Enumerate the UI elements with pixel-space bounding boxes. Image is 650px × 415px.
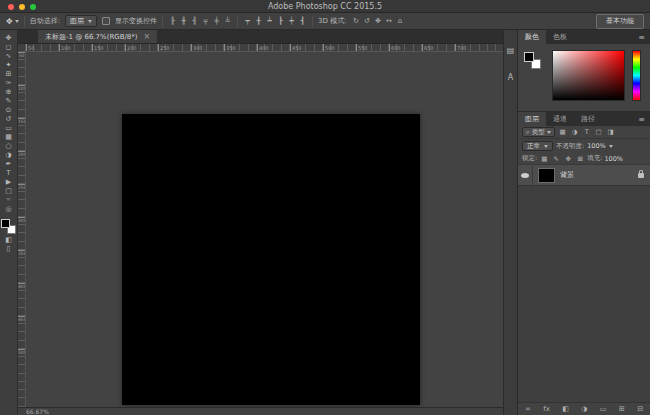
distribute-vertical-centers-icon[interactable]: ╂: [254, 17, 263, 25]
type-tool[interactable]: T: [1, 169, 17, 178]
close-tab-icon[interactable]: ×: [144, 32, 151, 41]
window-title: Adobe Photoshop CC 2015.5: [268, 2, 382, 11]
hue-slider[interactable]: [632, 50, 641, 101]
3d-rotate-icon[interactable]: ↻: [352, 17, 361, 25]
distribute-right-edges-icon[interactable]: ┨: [298, 17, 307, 25]
auto-select-dropdown[interactable]: 图层: [65, 15, 97, 27]
document-tab[interactable]: 未标题-1 @ 66.7%(RGB/8*) ×: [38, 30, 157, 43]
3d-scale-icon[interactable]: ⌂: [396, 17, 405, 25]
clone-stamp-tool[interactable]: ⊙: [1, 106, 17, 115]
eyedropper-tool[interactable]: ✑: [1, 79, 17, 88]
tab-color[interactable]: 颜色: [518, 30, 546, 44]
ruler-label: 400: [18, 283, 25, 316]
blur-tool[interactable]: ○: [1, 142, 17, 151]
distribute-horizontal-centers-icon[interactable]: ┿: [287, 17, 296, 25]
layer-row[interactable]: 背景: [518, 165, 650, 186]
opacity-value[interactable]: 100%: [587, 142, 606, 150]
color-panel: 颜色色板 ≡: [518, 30, 650, 112]
new-layer-icon[interactable]: ⊞: [619, 405, 625, 413]
dodge-tool[interactable]: ◑: [1, 151, 17, 160]
lasso-tool[interactable]: ∿: [1, 52, 17, 61]
filter-adjustment-layers-icon[interactable]: ◑: [570, 128, 580, 136]
workspace-switcher-button[interactable]: 基本功能: [596, 14, 644, 29]
crop-tool[interactable]: ⊞: [1, 70, 17, 79]
align-vertical-centers-icon[interactable]: ╪: [212, 17, 221, 25]
tab-swatches[interactable]: 色板: [546, 30, 574, 44]
ruler-label: 100: [18, 85, 25, 118]
link-layers-icon[interactable]: ∞: [525, 405, 531, 413]
path-selection-tool[interactable]: ▶: [1, 178, 17, 187]
filter-shape-layers-icon[interactable]: ▢: [594, 128, 604, 136]
foreground-color-swatch[interactable]: [1, 219, 10, 228]
new-group-icon[interactable]: ▭: [600, 405, 607, 413]
horizontal-ruler[interactable]: 5010015020025030035040045050055060065070…: [26, 44, 503, 51]
new-adjustment-layer-icon[interactable]: ◑: [581, 405, 587, 413]
delete-layer-icon[interactable]: ⊟: [637, 405, 643, 413]
tool-preset-picker[interactable]: ✥: [6, 17, 19, 26]
properties-panel-icon[interactable]: ▤: [507, 46, 515, 55]
3d-slide-icon[interactable]: ↔: [385, 17, 394, 25]
vertical-ruler[interactable]: 50100150200250300350400450500: [18, 52, 26, 407]
filter-smart-objects-icon[interactable]: ◨: [606, 128, 616, 136]
align-left-edges-icon[interactable]: ╟: [168, 17, 177, 25]
pen-tool[interactable]: ✒: [1, 160, 17, 169]
ruler-label: 150: [92, 44, 125, 51]
lock-all-icon[interactable]: ⊠: [575, 155, 585, 163]
tab-layers[interactable]: 图层: [518, 112, 546, 126]
gradient-tool[interactable]: ▦: [1, 133, 17, 142]
zoom-tool[interactable]: ◎: [1, 205, 17, 214]
close-window-button[interactable]: [8, 4, 14, 10]
healing-brush-tool[interactable]: ⊕: [1, 88, 17, 97]
brush-tool[interactable]: ✎: [1, 97, 17, 106]
lock-icons: ▦✎✥⊠: [539, 155, 585, 163]
marquee-tool[interactable]: ◻: [1, 43, 17, 52]
distribute-top-edges-icon[interactable]: ┯: [243, 17, 252, 25]
ruler-label: 350: [224, 44, 257, 51]
align-right-edges-icon[interactable]: ╢: [190, 17, 199, 25]
color-panel-header: 颜色色板 ≡: [518, 30, 650, 44]
lock-transparency-icon[interactable]: ▦: [539, 155, 549, 163]
fill-value[interactable]: 100%: [604, 155, 623, 163]
eraser-tool[interactable]: ▭: [1, 124, 17, 133]
3d-roll-icon[interactable]: ↺: [363, 17, 372, 25]
hand-tool[interactable]: ☜: [1, 196, 17, 205]
align-top-edges-icon[interactable]: ╤: [201, 17, 210, 25]
align-horizontal-centers-icon[interactable]: ╫: [179, 17, 188, 25]
layer-effects-icon[interactable]: fx: [543, 405, 550, 413]
quick-selection-tool[interactable]: ✦: [1, 61, 17, 70]
lock-position-icon[interactable]: ✥: [563, 155, 573, 163]
character-panel-icon[interactable]: A: [508, 73, 513, 82]
add-layer-mask-icon[interactable]: ◧: [562, 405, 569, 413]
history-brush-tool[interactable]: ↺: [1, 115, 17, 124]
distribute-bottom-edges-icon[interactable]: ┷: [265, 17, 274, 25]
tab-channels[interactable]: 通道: [546, 112, 574, 126]
ruler-label: 200: [18, 151, 25, 184]
screen-mode-icon[interactable]: ▯: [1, 245, 17, 254]
tab-paths[interactable]: 路径: [574, 112, 602, 126]
edit-in-quick-mask-icon[interactable]: ◧: [1, 236, 17, 245]
minimize-window-button[interactable]: [19, 4, 25, 10]
foreground-color-swatch[interactable]: [524, 52, 534, 62]
canvas-area[interactable]: 50100150200250300350400450500: [18, 52, 503, 407]
ruler-origin[interactable]: [18, 44, 26, 51]
distribute-left-edges-icon[interactable]: ┠: [276, 17, 285, 25]
show-transform-checkbox[interactable]: [102, 17, 110, 25]
zoom-window-button[interactable]: [30, 4, 36, 10]
filter-type-layers-icon[interactable]: T: [582, 128, 592, 136]
ruler-label: 250: [18, 184, 25, 217]
saturation-brightness-field[interactable]: [552, 50, 625, 101]
lock-pixels-icon[interactable]: ✎: [551, 155, 561, 163]
zoom-level[interactable]: 66.67%: [26, 408, 49, 415]
panel-menu-icon[interactable]: ≡: [638, 33, 650, 42]
panel-menu-icon[interactable]: ≡: [638, 115, 650, 124]
layer-filter-dropdown[interactable]: ⌕ 类型: [522, 127, 555, 137]
filter-pixel-layers-icon[interactable]: ▦: [558, 128, 568, 136]
3d-drag-icon[interactable]: ✥: [374, 17, 383, 25]
shape-tool[interactable]: ▢: [1, 187, 17, 196]
document-area: 未标题-1 @ 66.7%(RGB/8*) × 5010015020025030…: [18, 30, 503, 415]
blend-mode-dropdown[interactable]: 正常: [522, 141, 553, 151]
align-bottom-edges-icon[interactable]: ╧: [223, 17, 232, 25]
document-canvas[interactable]: [122, 114, 420, 405]
move-tool[interactable]: ✥: [1, 34, 17, 43]
layer-visibility-toggle[interactable]: [518, 165, 533, 185]
